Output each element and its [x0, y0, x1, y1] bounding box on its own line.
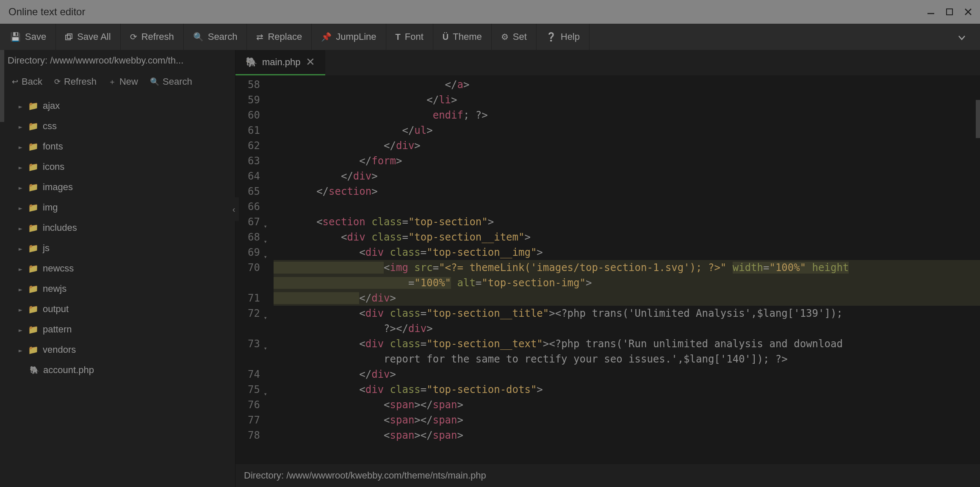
- tree-folder-ajax[interactable]: ▾📁ajax: [8, 96, 235, 116]
- refresh-button[interactable]: ⟳Refresh: [121, 24, 184, 50]
- replace-icon: ⇄: [256, 32, 263, 42]
- refresh-icon: ⟳: [54, 77, 61, 86]
- tree-folder-vendors[interactable]: ▾📁vendors: [8, 340, 235, 360]
- chevron-right-icon: ▾: [15, 103, 25, 109]
- tree-folder-fonts[interactable]: ▾📁fonts: [8, 136, 235, 157]
- folder-icon: 📁: [28, 345, 39, 355]
- tree-folder-newcss[interactable]: ▾📁newcss: [8, 258, 235, 279]
- chevron-right-icon: ▾: [15, 185, 25, 190]
- replace-button[interactable]: ⇄Replace: [247, 24, 312, 50]
- editor-area: ‹ 🐘 main.php ✕ 585960616263646566▾67▾68▾…: [235, 50, 980, 487]
- sidebar-refresh-button[interactable]: ⟳Refresh: [48, 74, 102, 90]
- tree-folder-js[interactable]: ▾📁js: [8, 238, 235, 258]
- chevron-right-icon: ▾: [15, 205, 25, 210]
- jumpline-button[interactable]: 📌JumpLine: [312, 24, 386, 50]
- folder-icon: 📁: [28, 304, 39, 314]
- tree-item-label: newjs: [43, 283, 66, 294]
- tree-item-label: ajax: [43, 100, 60, 111]
- chevron-right-icon: ▾: [15, 327, 25, 332]
- sidebar-collapse-button[interactable]: ‹: [229, 197, 239, 221]
- tab-bar: 🐘 main.php ✕: [235, 50, 980, 75]
- tree-item-label: images: [43, 182, 73, 193]
- svg-rect-5: [67, 34, 72, 39]
- refresh-icon: ⟳: [130, 32, 137, 42]
- save-all-button[interactable]: Save All: [56, 24, 121, 50]
- help-icon: ❔: [546, 32, 556, 42]
- chevron-right-icon: ▾: [15, 246, 25, 251]
- svg-rect-1: [947, 9, 952, 15]
- plus-icon: ＋: [108, 77, 116, 87]
- tree-item-label: includes: [43, 222, 77, 233]
- search-icon: 🔍: [150, 77, 159, 86]
- theme-button[interactable]: ÜTheme: [433, 24, 492, 50]
- folder-icon: 📁: [28, 121, 39, 131]
- code-body[interactable]: </a> </li> endif; ?> </ul> </div> </form…: [269, 75, 980, 464]
- tree-item-label: pattern: [43, 324, 72, 335]
- search-button[interactable]: 🔍Search: [184, 24, 247, 50]
- tree-folder-includes[interactable]: ▾📁includes: [8, 218, 235, 238]
- tree-folder-images[interactable]: ▾📁images: [8, 177, 235, 197]
- chevron-right-icon: ▾: [15, 124, 25, 129]
- save-icon: 💾: [10, 32, 21, 42]
- tree-folder-img[interactable]: ▾📁img: [8, 197, 235, 218]
- tree-item-label: img: [43, 202, 58, 213]
- chevron-right-icon: ▾: [15, 307, 25, 312]
- gear-icon: ⚙: [501, 32, 509, 42]
- sidebar: Directory: /www/wwwroot/kwebby.com/th...…: [0, 50, 235, 487]
- chevron-right-icon: ▾: [15, 144, 25, 149]
- new-button[interactable]: ＋New: [102, 74, 144, 90]
- theme-icon: Ü: [443, 32, 448, 42]
- folder-icon: 📁: [28, 141, 39, 152]
- folder-icon: 📁: [28, 324, 39, 335]
- php-file-icon: 🐘: [246, 57, 257, 68]
- status-bar: Directory: /www/wwwroot/kwebby.com/theme…: [235, 464, 980, 487]
- save-button[interactable]: 💾Save: [3, 24, 56, 50]
- toolbar-overflow-button[interactable]: [947, 30, 977, 44]
- font-button[interactable]: TFont: [386, 24, 433, 50]
- maximize-icon[interactable]: [944, 6, 955, 18]
- chevron-right-icon: ▾: [15, 266, 25, 271]
- back-icon: ↩: [12, 77, 18, 86]
- font-icon: T: [396, 32, 401, 42]
- minimize-icon[interactable]: [925, 6, 937, 18]
- folder-icon: 📁: [28, 243, 39, 253]
- tab-main-php[interactable]: 🐘 main.php ✕: [235, 50, 325, 75]
- set-button[interactable]: ⚙Set: [492, 24, 537, 50]
- tree-folder-css[interactable]: ▾📁css: [8, 116, 235, 136]
- pin-icon: 📌: [321, 32, 332, 42]
- tree-folder-pattern[interactable]: ▾📁pattern: [8, 319, 235, 340]
- toolbar: 💾Save Save All ⟳Refresh 🔍Search ⇄Replace…: [0, 24, 980, 50]
- code-editor[interactable]: 585960616263646566▾67▾68▾697071▾72▾7374▾…: [235, 75, 980, 464]
- status-directory: Directory: /www/wwwroot/kwebby.com/theme…: [244, 470, 486, 481]
- tab-close-icon[interactable]: ✕: [306, 55, 315, 69]
- tree-folder-newjs[interactable]: ▾📁newjs: [8, 279, 235, 299]
- window-title: Online text editor: [8, 6, 85, 18]
- close-icon[interactable]: [962, 6, 974, 18]
- tree-item-label: fonts: [43, 141, 63, 152]
- tree-folder-icons[interactable]: ▾📁icons: [8, 157, 235, 177]
- tree-item-label: output: [43, 304, 69, 315]
- back-button[interactable]: ↩Back: [6, 74, 48, 90]
- tree-item-label: css: [43, 121, 57, 132]
- tree-item-label: vendors: [43, 344, 76, 355]
- tree-folder-output[interactable]: ▾📁output: [8, 299, 235, 319]
- tree-item-label: account.php: [43, 365, 94, 376]
- search-icon: 🔍: [193, 32, 204, 42]
- folder-icon: 📁: [28, 223, 39, 233]
- save-all-icon: [65, 32, 73, 42]
- directory-label: Directory: /www/wwwroot/kwebby.com/th...: [0, 50, 235, 71]
- titlebar: Online text editor: [0, 0, 980, 24]
- chevron-right-icon: ▾: [15, 286, 25, 292]
- tree-item-label: js: [43, 243, 50, 254]
- tree-item-label: newcss: [43, 263, 74, 274]
- folder-icon: 📁: [28, 263, 39, 274]
- tree-file-account.php[interactable]: 🐘account.php: [8, 360, 235, 380]
- line-gutter: 585960616263646566▾67▾68▾697071▾72▾7374▾…: [235, 75, 269, 464]
- php-file-icon: 🐘: [30, 365, 39, 375]
- chevron-right-icon: ▾: [15, 164, 25, 170]
- sidebar-scrollbar[interactable]: [0, 50, 4, 122]
- sidebar-search-button[interactable]: 🔍Search: [144, 74, 198, 90]
- svg-rect-4: [66, 35, 70, 40]
- file-tree[interactable]: ▾📁ajax▾📁css▾📁fonts▾📁icons▾📁images▾📁img▾📁…: [0, 94, 235, 487]
- help-button[interactable]: ❔Help: [537, 24, 590, 50]
